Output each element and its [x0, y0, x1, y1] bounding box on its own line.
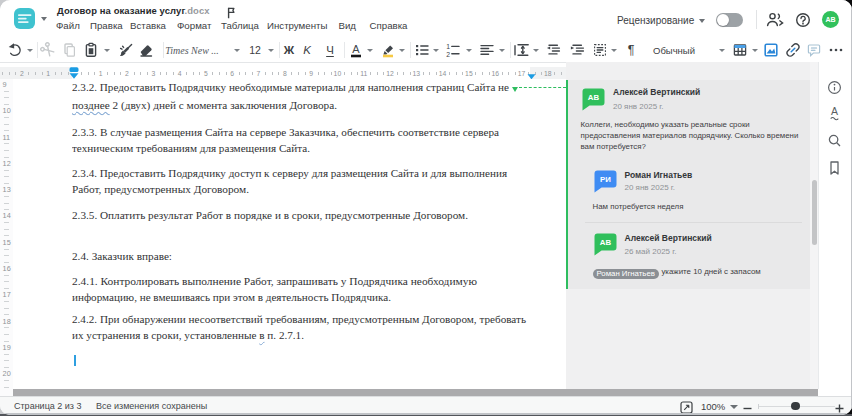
font-name-select[interactable]: Times New ...: [157, 38, 227, 62]
bookmark-icon[interactable]: [827, 160, 842, 180]
statusbar: Страница 2 из 3 Все изменения сохранены …: [0, 396, 852, 414]
ruler-tick: [541, 72, 542, 75]
bold-button[interactable]: Ж: [280, 38, 298, 62]
menu-edit[interactable]: Правка: [90, 20, 123, 31]
line-spacing-button[interactable]: [513, 38, 531, 62]
copy-button[interactable]: [60, 38, 78, 62]
toolbar-more-button[interactable]: [827, 38, 845, 62]
bullet-list-button[interactable]: [413, 38, 431, 62]
spellcheck-icon[interactable]: А: [827, 105, 842, 126]
numbered-list-button[interactable]: 1 2: [444, 38, 462, 62]
line-spacing-caret-icon[interactable]: [531, 38, 541, 62]
comment-anchor-icon[interactable]: [512, 87, 518, 92]
paste-icon: [83, 42, 99, 58]
page-indicator[interactable]: Страница 2 из 3: [14, 401, 81, 411]
align-caret-icon[interactable]: [497, 38, 507, 62]
ruler-number: 14: [3, 211, 11, 220]
clear-format-button[interactable]: [137, 38, 155, 62]
horizontal-ruler[interactable]: 21123456789101112131415161718: [0, 67, 566, 79]
ruler-tick: [515, 72, 516, 75]
insert-table-caret-icon[interactable]: [750, 38, 760, 62]
ruler-tick: [4, 387, 9, 388]
font-color-button[interactable]: А: [347, 38, 365, 62]
paste-caret-icon[interactable]: [102, 38, 112, 62]
review-toggle[interactable]: [716, 13, 743, 27]
menu-file[interactable]: Файл: [56, 20, 80, 31]
font-size-select[interactable]: 12: [245, 38, 265, 62]
cut-button[interactable]: [39, 38, 57, 62]
paragraph-settings-caret-icon[interactable]: [609, 38, 619, 62]
menu-table[interactable]: Таблица: [221, 20, 259, 31]
mention-chip[interactable]: Роман Игнатьев: [593, 269, 659, 279]
align-button[interactable]: [478, 38, 496, 62]
panel-scrollbar-thumb[interactable]: [812, 180, 817, 245]
ruler-tick: [4, 143, 9, 144]
underline-button[interactable]: Ч: [321, 38, 339, 62]
ruler-tick: [449, 72, 450, 75]
search-icon: [827, 133, 842, 148]
comment-avatar: АВ: [582, 88, 605, 111]
ruler-number: 19: [3, 343, 11, 352]
decrease-indent-button[interactable]: [545, 38, 563, 62]
insert-link-button[interactable]: [784, 38, 802, 62]
ruler-tick: [4, 380, 9, 381]
zoom-caret-icon[interactable]: [730, 405, 738, 409]
ruler-tick: [436, 72, 437, 75]
comment-text: Роман Игнатьевукажите 10 дней с запасом: [593, 267, 761, 279]
review-mode-label[interactable]: Рецензирование: [617, 15, 694, 26]
help-icon[interactable]: [795, 12, 811, 32]
zoom-slider-handle[interactable]: [791, 402, 800, 411]
search-icon[interactable]: [827, 133, 842, 152]
ruler-tick: [4, 104, 9, 105]
ruler-tick: [410, 72, 411, 75]
insert-link-icon: [785, 42, 801, 58]
ruler-tick: [475, 72, 476, 75]
ruler-tick: [120, 72, 121, 75]
paragraph-settings-button[interactable]: [591, 38, 609, 62]
review-caret-icon[interactable]: [699, 19, 705, 23]
paste-button[interactable]: [82, 38, 100, 62]
comment-date: 20 янв 2025 г.: [625, 183, 676, 192]
editor-background: [13, 389, 818, 396]
ruler-number: 6: [230, 70, 234, 77]
format-painter-button[interactable]: [117, 38, 135, 62]
doc-text-spellcheck: в: [259, 329, 264, 341]
menu-help[interactable]: Справка: [370, 20, 408, 31]
font-color-caret-icon[interactable]: [365, 38, 375, 62]
undo-button[interactable]: [6, 38, 24, 62]
menu-insert[interactable]: Вставка: [130, 20, 166, 31]
font-name-caret-icon[interactable]: [232, 38, 242, 62]
vertical-ruler[interactable]: 91011121314151617181920: [0, 79, 13, 389]
toggle-knob: [717, 14, 729, 26]
ruler-number: 2: [20, 70, 24, 77]
insert-comment-icon: [806, 42, 822, 58]
highlight-button[interactable]: [379, 38, 397, 62]
indent-marker[interactable]: [69, 67, 79, 79]
insert-table-button[interactable]: [731, 38, 749, 62]
font-size-caret-icon[interactable]: [266, 38, 276, 62]
zoom-value[interactable]: 100%: [701, 401, 725, 412]
show-formatting-button[interactable]: ¶: [622, 38, 640, 62]
numbered-list-caret-icon[interactable]: [464, 38, 474, 62]
increase-indent-button[interactable]: [569, 38, 587, 62]
bullet-list-caret-icon[interactable]: [431, 38, 441, 62]
highlight-caret-icon[interactable]: [397, 38, 407, 62]
ruler-tick: [344, 72, 345, 75]
info-icon[interactable]: [827, 80, 842, 99]
style-caret-icon[interactable]: [717, 38, 727, 62]
ruler-tick: [4, 235, 9, 236]
menu-tools[interactable]: Инструменты: [267, 20, 327, 31]
ruler-tick: [4, 124, 9, 125]
menu-view[interactable]: Вид: [339, 20, 357, 31]
style-select[interactable]: Обычный: [644, 38, 704, 62]
insert-comment-button[interactable]: [805, 38, 823, 62]
italic-button[interactable]: K: [298, 38, 316, 62]
insert-image-button[interactable]: [762, 38, 780, 62]
document-page[interactable]: 2.3.2. Предоставить Подрядчику необходим…: [13, 79, 566, 389]
comment-thread[interactable]: АВ Алексей Вертинский 20 янв 2025 г. Кол…: [566, 80, 810, 289]
undo-caret-icon[interactable]: [25, 38, 35, 62]
user-avatar[interactable]: АВ: [822, 11, 839, 28]
menu-format[interactable]: Формат: [177, 20, 211, 31]
collaborators-icon[interactable]: [766, 11, 785, 32]
svg-text:АВ: АВ: [599, 238, 611, 247]
